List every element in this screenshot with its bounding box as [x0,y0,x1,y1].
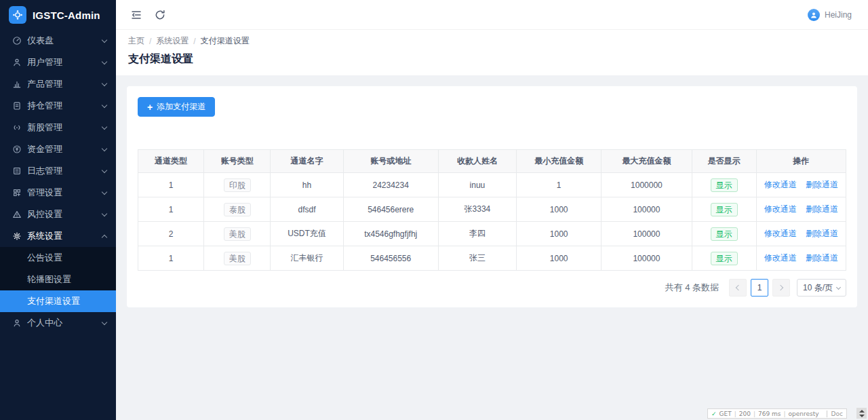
sidebar-item-user-management[interactable]: 用户管理 [0,52,116,73]
chevron-down-icon [102,58,107,64]
account-type-tag: 美股 [224,252,251,265]
sidebar-item-log-management[interactable]: 日志管理 [0,160,116,182]
breadcrumb: 主页 / 系统设置 / 支付渠道设置 [128,35,856,47]
chevron-down-icon [102,80,107,85]
table-row: 1 泰股 dfsdf 546456erere 张3334 1000 100000… [138,197,846,222]
edit-channel-link[interactable]: 修改通道 [764,229,797,238]
app-title: IGSTC-Admin [33,9,100,21]
app-logo-icon [9,6,26,24]
table-row: 1 印股 hh 24234234 inuu 1 1000000 显示 修改通道 [138,173,846,197]
system-settings-submenu: 公告设置 轮播图设置 支付渠道设置 [0,247,116,312]
ipo-icon [12,123,22,132]
column-header-actions: 操作 [756,150,846,173]
visible-status-tag: 显示 [711,252,738,265]
delete-channel-link[interactable]: 删除通道 [806,204,838,214]
sidebar-item-funds-management[interactable]: 资金管理 [0,138,116,160]
user-avatar [808,9,820,21]
sidebar: IGSTC-Admin 仪表盘 用户管理 产品管理 持仓管理 [0,0,116,420]
chevron-down-icon [102,319,107,324]
scroll-arrows[interactable] [856,408,867,419]
content-area: + 添加支付渠道 通道类型 账号类型 通道名字 账号或 [116,75,868,420]
breadcrumb-home[interactable]: 主页 [128,35,144,47]
sidebar-item-risk-settings[interactable]: 风控设置 [0,204,116,225]
doc-button[interactable]: Doc [827,411,843,417]
pagination: 共有 4 条数据 1 10 条/页 [138,279,846,297]
request-duration: 769 ms [758,411,781,417]
api-debug-bar: ✓ GET | 200 | 769 ms | openresty Doc [707,408,847,419]
app-logo: IGSTC-Admin [0,0,116,30]
delete-channel-link[interactable]: 删除通道 [806,253,838,263]
sidebar-item-product-management[interactable]: 产品管理 [0,73,116,95]
table-row: 1 美股 汇丰银行 546456556 张三 1000 100000 显示 修改… [138,246,846,271]
column-header-channel-name: 通道名字 [271,150,343,173]
topbar: HeiJing [116,0,868,30]
chevron-down-icon [102,189,107,194]
column-header-payee-name: 收款人姓名 [438,150,516,173]
sidebar-item-management-settings[interactable]: 管理设置 [0,182,116,204]
scroll-down-icon [859,415,865,417]
chevron-down-icon [102,37,107,42]
breadcrumb-system-settings[interactable]: 系统设置 [156,35,189,47]
page-title: 支付渠道设置 [128,52,856,66]
sidebar-subitem-announcement-settings[interactable]: 公告设置 [0,247,116,269]
chevron-down-icon [836,284,841,289]
page-header: 主页 / 系统设置 / 支付渠道设置 支付渠道设置 [116,30,868,75]
chevron-down-icon [102,123,107,129]
column-header-max-amount: 最大充值金额 [601,150,692,173]
add-payment-channel-button[interactable]: + 添加支付渠道 [138,97,215,117]
pagination-total: 共有 4 条数据 [665,282,719,294]
delete-channel-link[interactable]: 删除通道 [806,180,838,189]
user-name: HeiJing [825,10,852,20]
funds-icon [12,145,22,154]
chevron-down-icon [102,167,107,172]
column-header-channel-type: 通道类型 [138,150,204,173]
page-size-select[interactable]: 10 条/页 [797,279,846,297]
next-page-button[interactable] [772,279,790,297]
breadcrumb-separator: / [149,37,151,46]
sidebar-item-dashboard[interactable]: 仪表盘 [0,30,116,52]
sidebar-subitem-payment-channel-settings[interactable]: 支付渠道设置 [0,290,116,312]
sidebar-item-position-management[interactable]: 持仓管理 [0,95,116,117]
chevron-down-icon [102,210,107,216]
risk-icon [12,210,22,219]
table-row: 2 美股 USDT充值 tx4546gfhgfjfhj 李四 1000 1000… [138,222,846,246]
column-header-visible: 是否显示 [692,150,756,173]
server-name: openresty [789,411,819,417]
delete-channel-link[interactable]: 删除通道 [806,229,838,238]
breadcrumb-separator: / [193,37,195,46]
products-icon [12,79,22,89]
chevron-down-icon [102,145,107,151]
edit-channel-link[interactable]: 修改通道 [764,180,797,189]
profile-icon [12,318,22,328]
account-type-tag: 美股 [224,227,251,241]
prev-page-button[interactable] [729,279,747,297]
edit-channel-link[interactable]: 修改通道 [764,253,797,263]
chevron-left-icon [736,285,741,290]
sidebar-item-ipo-management[interactable]: 新股管理 [0,117,116,138]
sidebar-menu: 仪表盘 用户管理 产品管理 持仓管理 新股管理 [0,30,116,420]
app-window: IGSTC-Admin 仪表盘 用户管理 产品管理 持仓管理 [0,0,868,420]
visible-status-tag: 显示 [711,227,738,241]
user-menu[interactable]: HeiJing [808,9,852,21]
collapse-sidebar-icon[interactable] [130,9,142,21]
column-header-min-amount: 最小充值金额 [517,150,601,173]
sidebar-subitem-carousel-settings[interactable]: 轮播图设置 [0,269,116,290]
channels-table: 通道类型 账号类型 通道名字 账号或地址 收款人姓名 最小充值金额 最大充值金额… [138,149,846,271]
current-page-button[interactable]: 1 [751,279,768,297]
chevron-up-icon [102,234,107,240]
payment-channel-card: + 添加支付渠道 通道类型 账号类型 通道名字 账号或 [127,86,857,307]
sidebar-item-profile[interactable]: 个人中心 [0,312,116,334]
column-header-account-or-address: 账号或地址 [343,150,438,173]
main-area: HeiJing 主页 / 系统设置 / 支付渠道设置 支付渠道设置 + 添加支付… [116,0,868,420]
edit-channel-link[interactable]: 修改通道 [764,204,797,214]
account-type-tag: 印股 [224,178,251,192]
scroll-up-icon [859,410,865,413]
column-header-account-type: 账号类型 [204,150,271,173]
visible-status-tag: 显示 [711,178,738,192]
request-method: GET [719,411,732,417]
sidebar-item-system-settings[interactable]: 系统设置 [0,225,116,247]
dashboard-icon [12,36,22,45]
gear-icon [12,231,22,241]
refresh-icon[interactable] [154,9,166,21]
visible-status-tag: 显示 [711,203,738,216]
